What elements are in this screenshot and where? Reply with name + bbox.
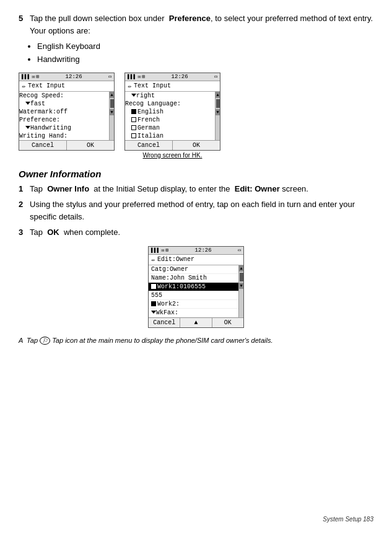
owner-title: Edit:Owner (157, 256, 194, 263)
owner-step1-text: Tap Owner Info at the Initial Setup disp… (30, 183, 373, 195)
owner-ok-button[interactable]: OK (212, 318, 243, 327)
note-a-line: A Tap ⚐ Tap icon at the main menu to dis… (19, 335, 373, 346)
screen2-content: right Recog Language: English French Ger… (125, 92, 215, 140)
owner-field-555: 555 (149, 291, 238, 300)
screen2-ok-button[interactable]: OK (173, 141, 220, 150)
screen2-pen-icon: ✏ (128, 82, 131, 90)
screen2-mail: ✉ (137, 74, 141, 79)
owner-statusbar: ▌▌▌ ✉ ⊞ 12:26 ▭ (149, 247, 243, 255)
screen2-row5: Italian (125, 132, 215, 140)
screen1-dropdown-icon2 (25, 126, 30, 129)
screen1-scrollbar[interactable]: ▲ ▼ (109, 92, 114, 140)
owner-step2-number: 2 (19, 198, 30, 223)
screens-row: ▌▌▌ ✉ ⊞ 12:26 ▭ ✏ Text Input Recog Speed… (19, 73, 373, 159)
owner-scrollbar[interactable]: ▲ ▼ (238, 265, 243, 317)
screen2-body: right Recog Language: English French Ger… (125, 92, 220, 140)
owner-scroll-up[interactable]: ▲ (239, 265, 243, 272)
screen2-icon3: ⊞ (142, 74, 145, 79)
screen2-statusbar: ▌▌▌ ✉ ⊞ 12:26 ▭ (125, 73, 220, 81)
screen1-row4: Handwriting (19, 124, 109, 132)
screen1-time: 12:26 (66, 74, 82, 80)
note-a-text: Tap icon at the main menu to display the… (52, 337, 272, 344)
step5-bold: Preference (169, 14, 211, 23)
owner-work2-icon (151, 301, 156, 306)
owner-section-title: Owner Information (19, 169, 373, 179)
screen1-row2: Watermark:off (19, 108, 109, 116)
owner-pen-icon: ✏ (151, 256, 155, 263)
screen1-mail: ✉ (32, 74, 35, 79)
owner-step1-number: 1 (19, 183, 30, 195)
owner-titlebar: ✏ Edit:Owner (149, 255, 243, 265)
screen1-pen-icon: ✏ (22, 82, 25, 90)
screen2-scroll-up[interactable]: ▲ (216, 92, 220, 98)
owner-field-work2: Work2: (149, 300, 238, 309)
screen1-left-icons: ▌▌▌ ✉ ⊞ (22, 74, 39, 79)
screen1-right-icons: ▭ (108, 74, 111, 79)
bullet-english: English Keyboard (37, 40, 373, 53)
owner-step3-after: when complete. (64, 228, 120, 237)
owner-up-button[interactable]: ▲ (180, 318, 212, 327)
owner-time: 12:26 (195, 247, 212, 254)
screen1-body: Recog Speed: fast Watermark:off Preferen… (19, 92, 114, 140)
screen2-radio-german (131, 125, 136, 130)
screen2-signal: ▌▌▌ (128, 74, 136, 79)
owner-right-icons: ▭ (238, 247, 241, 253)
screen1-dropdown-icon (25, 102, 30, 105)
step5-text-before: Tap the pull down selection box under (30, 14, 165, 23)
footer: System Setup 183 (323, 516, 373, 523)
owner-field-wkfax: WkFax: (149, 309, 238, 317)
screen2-scrollbar[interactable]: ▲ ▼ (215, 92, 220, 140)
screen1-cancel-button[interactable]: Cancel (19, 141, 67, 150)
owner-cancel-button[interactable]: Cancel (149, 318, 180, 327)
screen2-radio-italian (131, 133, 136, 138)
screen1-ok-button[interactable]: OK (67, 141, 114, 150)
owner-wkfax-dropdown (151, 311, 156, 314)
screen1-scroll-up[interactable]: ▲ (110, 92, 114, 98)
screen2: ▌▌▌ ✉ ⊞ 12:26 ▭ ✏ Text Input right (124, 73, 220, 151)
step5-text: Tap the pull down selection box under Pr… (30, 12, 373, 37)
screen1-row3: Preference: (19, 116, 109, 124)
screen2-row3: French (125, 116, 215, 124)
screen2-row2: English (125, 108, 215, 116)
screen1-buttons: Cancel OK (19, 140, 114, 150)
screen1-title: Text Input (28, 82, 65, 89)
screen2-radio-english (131, 109, 136, 114)
screen2-right-icons: ▭ (214, 74, 217, 79)
screen2-left-icons: ▌▌▌ ✉ ⊞ (128, 74, 145, 79)
screen2-titlebar: ✏ Text Input (125, 81, 220, 92)
screen2-row4: German (125, 124, 215, 132)
wrong-screen-note: Wrong screen for HK. (143, 152, 203, 159)
owner-left-icons: ▌▌▌ ✉ ⊞ (151, 247, 168, 253)
step5-bullets: English Keyboard Handwriting (37, 40, 373, 66)
screen1: ▌▌▌ ✉ ⊞ 12:26 ▭ ✏ Text Input Recog Speed… (19, 73, 115, 151)
screen1-content: Recog Speed: fast Watermark:off Preferen… (19, 92, 109, 140)
owner-step3-text: Tap OK when complete. (30, 226, 373, 239)
owner-scroll-down[interactable]: ▼ (239, 283, 243, 289)
owner-step3-number: 3 (19, 226, 30, 239)
screen2-cancel-button[interactable]: Cancel (125, 141, 173, 150)
owner-screen-wrapper: ▌▌▌ ✉ ⊞ 12:26 ▭ ✏ Edit:Owner Catg:Owner … (19, 246, 373, 328)
note-a-icon: ⚐ (40, 337, 50, 345)
screen2-row0: right (125, 92, 215, 100)
screen2-row1: Recog Language: (125, 100, 215, 108)
screen2-time: 12:26 (172, 74, 188, 80)
step5-line: 5 Tap the pull down selection box under … (19, 12, 373, 37)
owner-work1-icon (151, 284, 156, 289)
screen1-battery: ▭ (108, 74, 111, 79)
screen1-wrapper: ▌▌▌ ✉ ⊞ 12:26 ▭ ✏ Text Input Recog Speed… (19, 73, 115, 151)
owner-step2-text: Using the stylus and your preferred meth… (30, 198, 373, 223)
owner-battery: ▭ (238, 247, 241, 253)
owner-signal: ▌▌▌ (151, 247, 160, 253)
screen1-scroll-down[interactable]: ▼ (110, 109, 114, 115)
screen1-signal: ▌▌▌ (22, 74, 30, 79)
owner-screen: ▌▌▌ ✉ ⊞ 12:26 ▭ ✏ Edit:Owner Catg:Owner … (148, 246, 244, 328)
screen1-statusbar: ▌▌▌ ✉ ⊞ 12:26 ▭ (19, 73, 114, 81)
owner-step2-line: 2 Using the stylus and your preferred me… (19, 198, 373, 223)
screen2-radio-french (131, 117, 136, 122)
screen1-row5: Writing Hand: (19, 132, 109, 140)
owner-body: Catg:Owner Name:John Smith Work1:0106555… (149, 265, 243, 317)
screen2-scroll-down[interactable]: ▼ (216, 109, 220, 115)
owner-step1-owner-info: Owner Info (47, 184, 89, 193)
screen2-buttons: Cancel OK (125, 140, 220, 150)
note-a-label: A (19, 337, 23, 344)
